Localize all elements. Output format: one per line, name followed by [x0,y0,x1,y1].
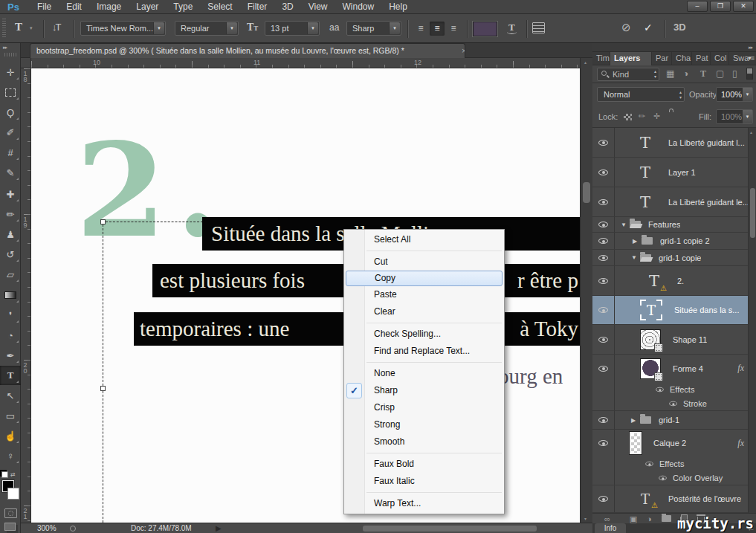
tab-channels[interactable]: Cha [672,52,692,65]
clone-stamp-tool[interactable]: ♟ [0,224,21,244]
fx-badge[interactable]: fx [737,438,744,449]
lasso-tool[interactable]: Ϙ [0,103,21,122]
expand-triangle-icon[interactable]: ▼ [621,222,628,228]
menu-item-strong[interactable]: Strong [344,416,504,433]
zoom-tool[interactable]: ♀ [0,446,21,465]
layer-name[interactable]: 2. [677,277,684,285]
restore-button[interactable]: ❐ [710,1,731,12]
group-name[interactable]: grid-1 [659,416,679,424]
visibility-eye-icon[interactable] [645,461,653,465]
hand-tool[interactable]: ☝ [0,426,21,445]
menu-item-faux-bold[interactable]: Faux Bold [344,456,504,473]
scroll-down-icon[interactable]: ▾ [584,516,587,521]
visibility-eye-icon[interactable] [598,496,608,502]
menu-item-select-all[interactable]: Select All [344,231,504,248]
quick-mask-button[interactable] [4,508,17,518]
healing-brush-tool[interactable]: ✚ [0,184,21,204]
minimize-button[interactable]: – [687,1,708,12]
selection-handle[interactable] [100,386,106,391]
spinner-icon[interactable]: ▴▾ [654,69,656,80]
collapsed-triangle-icon[interactable]: ▶ [633,238,640,245]
layer-name[interactable]: Calque 2 [653,439,686,448]
visibility-eye-icon[interactable] [598,337,608,343]
crop-tool[interactable]: # [0,143,21,162]
default-colors-icon[interactable] [1,471,8,478]
menu-item-cut[interactable]: Cut [344,253,504,271]
vertical-scrollbar[interactable]: ▴ ▾ [580,58,592,523]
filter-pixel-layers-icon[interactable]: ▦ [666,68,674,79]
visibility-eye-icon[interactable] [598,307,608,313]
menu-view[interactable]: View [301,1,335,12]
scroll-up-icon[interactable]: ▴ [750,129,752,135]
close-button[interactable]: ✕ [733,1,754,12]
toolbox-collapse-icon[interactable]: ▸▸ [3,45,7,51]
eyedropper-tool[interactable]: ✎ [0,163,21,182]
path-selection-tool[interactable]: ↖ [0,386,21,405]
visibility-eye-icon[interactable] [598,199,608,205]
tab-info[interactable]: Info [595,523,626,533]
filter-shape-layers-icon[interactable]: ▢ [716,68,724,79]
menu-file[interactable]: File [30,1,59,12]
layer-group-row[interactable]: ▼ Features [592,217,756,233]
menu-item-faux-italic[interactable]: Faux Italic [344,473,504,490]
font-family-select[interactable]: Times New Rom... ▼ [80,21,166,36]
document-close-icon[interactable]: × [462,44,465,58]
opacity-dropdown-icon[interactable]: ▼ [742,88,752,101]
align-center-button[interactable]: ≡ [430,22,445,36]
menu-item-warp-text[interactable]: Warp Text... [344,495,504,512]
selection-handle[interactable] [100,219,106,224]
anti-alias-select[interactable]: Sharp ▼ [346,21,401,36]
horizontal-scrollbar-thumb[interactable] [363,526,537,532]
layer-group-row[interactable]: ▶ grid-1 copie 2 [592,233,756,250]
toggle-panels-icon[interactable] [532,22,545,33]
layer-row[interactable]: T La Liberté guidant le... [592,187,756,217]
gradient-tool[interactable] [0,285,21,305]
group-name[interactable]: grid-1 copie 2 [660,236,710,245]
layer-group-row[interactable]: ▶ grid-1 [592,411,756,430]
layer-row-selected[interactable]: T Située dans la s... [592,296,756,325]
fx-badge[interactable]: fx [737,363,744,374]
visibility-eye-icon[interactable] [598,255,608,261]
menu-help[interactable]: Help [381,1,415,12]
zoom-level[interactable]: 300% [37,523,56,533]
layer-name[interactable]: Layer 1 [668,168,696,177]
filter-toggle-icon[interactable] [746,68,753,80]
visibility-eye-icon[interactable] [598,440,608,446]
visibility-eye-icon[interactable] [669,401,676,405]
shape-layer-thumbnail[interactable] [640,329,661,350]
type-tool[interactable]: T [0,366,21,385]
menu-item-paste[interactable]: Paste [344,286,504,303]
add-adjustment-layer-icon[interactable]: ◑ [647,514,652,523]
lock-paint-icon[interactable]: ✏ [639,112,645,121]
menu-type[interactable]: Type [166,1,200,12]
menu-window[interactable]: Window [335,1,382,12]
effect-item-row[interactable]: Stroke [592,396,756,411]
link-layers-icon[interactable]: ∞ [604,514,610,523]
layer-row[interactable]: Forme 4 fx ▴ [592,355,756,382]
layers-scrollbar-thumb[interactable] [750,188,755,238]
eraser-tool[interactable]: ▱ [0,265,21,284]
effect-name[interactable]: Color Overlay [673,474,723,482]
dodge-tool[interactable]: ◔ [0,326,21,345]
menu-item-smooth[interactable]: Smooth [344,433,504,450]
layer-name[interactable]: Shape 11 [673,335,707,344]
tab-paths[interactable]: Pat [692,52,711,65]
scroll-up-icon[interactable]: ▴ [584,59,587,65]
3d-button[interactable]: 3D [673,22,686,33]
group-name[interactable]: Features [648,220,680,229]
toolbox-grip[interactable] [4,53,16,56]
tab-paragraph[interactable]: Par [652,52,672,65]
layer-name[interactable]: Forme 4 [673,364,703,373]
panel-menu-icon[interactable]: ▾≡ [748,54,754,62]
effects-row[interactable]: Effects [592,456,756,471]
layer-name[interactable]: La Liberté guidant l... [668,138,745,147]
layer-row[interactable]: T Layer 1 [592,158,756,187]
layer-group-row[interactable]: ▼ grid-1 copie [592,250,756,266]
layer-name[interactable]: La Liberté guidant le... [668,198,749,207]
layer-name[interactable]: Située dans la s... [674,306,739,314]
shape-tool[interactable]: ▭ [0,406,21,425]
pen-tool[interactable]: ✒ [0,346,21,365]
tab-timeline[interactable]: Tim [592,52,610,65]
lock-position-icon[interactable]: ✛ [653,112,660,121]
menu-item-sharp[interactable]: ✓ Sharp [344,382,504,399]
